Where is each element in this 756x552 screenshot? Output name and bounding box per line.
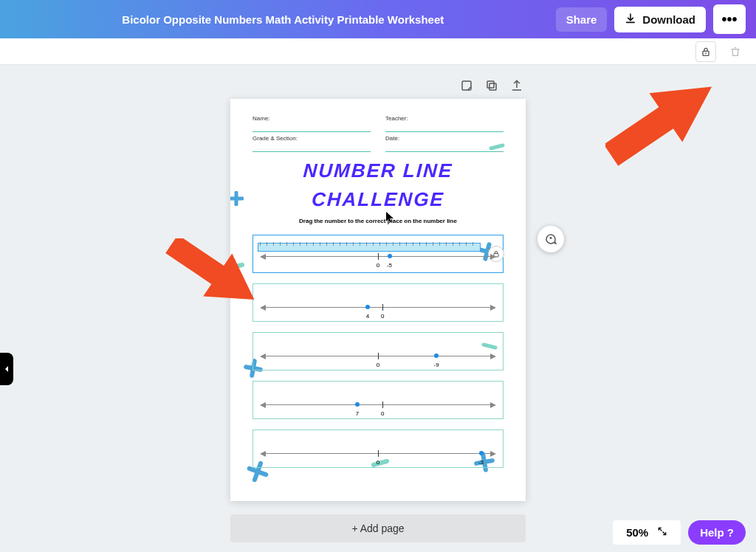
minus-deco-icon [230,263,245,270]
teacher-label: Teacher: [385,115,504,122]
trash-icon[interactable] [725,41,746,62]
download-button[interactable]: Download [614,7,706,32]
date-label: Date: [385,135,504,142]
lock-icon[interactable] [695,41,716,62]
worksheet-page[interactable]: Name: Teacher: Grade & Section: Date: NU… [230,99,526,501]
zero-label: 0 [377,459,379,466]
help-button[interactable]: Help ? [688,520,746,545]
value-label: 7 [356,410,359,417]
zero-label: 0 [381,410,384,417]
duplicate-icon[interactable] [484,78,499,93]
number-dot [434,353,439,358]
zoom-label: 50% [626,526,648,539]
zero-label: 0 [377,362,379,368]
annotation-arrow [605,80,731,176]
info-row: Grade & Section: Date: [252,135,504,152]
name-label: Name: [252,115,371,122]
worksheet-title-line2: CHALLENGE [252,190,504,210]
doc-title: Bicolor Opposite Numbers Math Activity P… [10,13,556,26]
number-line: 0-3 [264,453,492,454]
more-button[interactable]: ••• [713,4,746,34]
svg-rect-2 [487,81,494,88]
expand-icon [657,526,667,539]
svg-line-15 [250,469,267,475]
download-label: Download [642,13,695,26]
number-dot [388,254,392,258]
cursor-icon [385,211,394,226]
worksheet-title-line1: NUMBER LINE [252,161,504,181]
worksheet-subtitle: Drag the number to the correct place on … [252,218,504,224]
number-dot [479,451,484,455]
secondary-toolbar [0,38,756,65]
upload-icon[interactable] [509,78,524,93]
svg-marker-20 [605,80,728,176]
value-label: 4 [366,313,369,320]
header-actions: Share Download ••• [556,4,746,34]
value-label: -9 [433,362,439,368]
bottom-bar: 50% Help ? [613,520,746,545]
selection-highlight [258,243,481,252]
ellipsis-icon: ••• [722,11,738,28]
plus-deco-icon [230,191,244,206]
add-page-button[interactable]: + Add page [230,514,526,542]
zoom-control[interactable]: 50% [613,520,681,545]
share-button[interactable]: Share [556,7,608,32]
canvas: Name: Teacher: Grade & Section: Date: NU… [0,65,756,552]
side-expand-tab[interactable] [0,353,13,385]
number-dot [355,402,360,407]
page-actions [230,78,526,93]
number-line-box[interactable]: 07 [252,381,504,419]
page-column: Name: Teacher: Grade & Section: Date: NU… [230,78,526,542]
number-line-box[interactable]: 04 [252,283,504,322]
number-line-box[interactable]: 0-5 [252,235,504,273]
notes-icon[interactable] [459,78,474,93]
value-label: -3 [478,459,484,466]
download-icon [625,13,636,27]
app-header: Bicolor Opposite Numbers Math Activity P… [0,0,756,38]
number-line-box[interactable]: 0-3 [252,429,504,468]
number-line: 0-9 [264,356,492,356]
number-dot [365,305,370,309]
value-label: -5 [387,262,392,269]
zero-label: 0 [381,313,384,320]
number-line: 07 [264,404,492,405]
svg-rect-3 [489,83,496,90]
number-line-box[interactable]: 0-9 [252,332,504,370]
number-line: 0-5 [264,256,492,257]
comment-button[interactable] [537,226,564,252]
zero-label: 0 [377,262,379,269]
grade-label: Grade & Section: [252,135,371,142]
svg-line-8 [230,265,242,268]
info-row: Name: Teacher: [252,115,504,132]
number-line: 04 [264,307,492,308]
